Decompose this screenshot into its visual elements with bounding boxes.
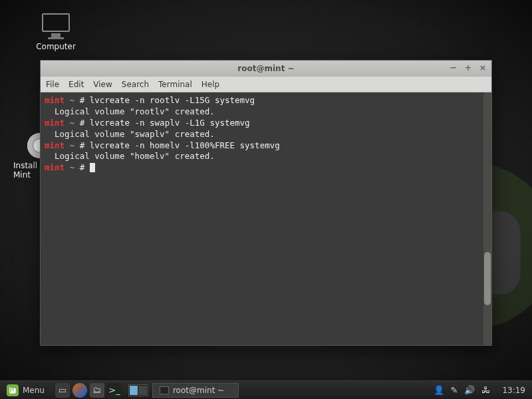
menu-help[interactable]: Help [201, 80, 219, 89]
terminal-prompt-line: mint ~ # lvcreate -n homelv -l100%FREE s… [45, 140, 487, 152]
menu-edit[interactable]: Edit [68, 80, 84, 89]
menu-file[interactable]: File [46, 80, 59, 89]
desktop-icon-computer[interactable]: Computer [32, 13, 80, 51]
terminal-cursor [90, 163, 95, 172]
terminal-body[interactable]: mint ~ # lvcreate -n rootlv -L15G system… [41, 92, 491, 345]
volume-icon[interactable]: 🔊 [464, 385, 475, 395]
terminal-output-line: Logical volume "rootlv" created. [45, 106, 487, 118]
scrollbar-thumb[interactable] [484, 252, 491, 305]
terminal-launcher[interactable]: >_ [107, 383, 122, 398]
firefox-launcher[interactable] [72, 383, 87, 398]
terminal-icon [160, 386, 169, 394]
menu-search[interactable]: Search [122, 80, 149, 89]
minimize-button[interactable]: − [449, 63, 458, 72]
close-button[interactable]: × [478, 63, 487, 72]
terminal-prompt-line: mint ~ # lvcreate -n rootlv -L15G system… [45, 95, 487, 106]
terminal-window: root@mint ~ − + × File Edit View Search … [40, 60, 492, 346]
start-menu-button[interactable]: Menu [0, 381, 51, 399]
menu-terminal[interactable]: Terminal [158, 80, 192, 89]
desktop-icon-label: Computer [36, 42, 76, 51]
user-icon[interactable]: 👤 [434, 385, 444, 395]
taskbar-clock[interactable]: 13:19 [495, 386, 532, 395]
taskbar-item-terminal[interactable]: root@mint ~ [152, 383, 239, 398]
maximize-button[interactable]: + [464, 63, 473, 72]
network-icon[interactable]: 🖧 [481, 385, 490, 395]
menu-label: Menu [23, 386, 45, 395]
system-tray: 👤 ✎ 🔊 🖧 [428, 385, 496, 395]
file-manager-launcher[interactable]: 🗂 [90, 383, 104, 398]
terminal-prompt-line: mint ~ # [45, 162, 487, 174]
window-titlebar[interactable]: root@mint ~ − + × [41, 61, 491, 76]
monitor-icon [42, 13, 70, 32]
show-desktop-button[interactable]: ▭ [55, 383, 70, 398]
terminal-output-line: Logical volume "homelv" created. [45, 151, 487, 162]
mint-icon [7, 384, 19, 396]
terminal-prompt-line: mint ~ # lvcreate -n swaplv -L1G systemv… [45, 118, 487, 129]
quick-launch: ▭ 🗂 >_ [51, 383, 126, 398]
taskbar-item-label: root@mint ~ [173, 386, 224, 395]
workspace-switcher[interactable] [128, 384, 148, 396]
window-menubar: File Edit View Search Terminal Help [41, 76, 491, 92]
updates-icon[interactable]: ✎ [451, 385, 458, 395]
taskbar: Menu ▭ 🗂 >_ root@mint ~ 👤 ✎ 🔊 🖧 13:19 [0, 380, 532, 399]
scrollbar-track[interactable] [483, 92, 491, 345]
terminal-output-line: Logical volume "swaplv" created. [45, 129, 487, 140]
menu-view[interactable]: View [93, 80, 112, 89]
window-title: root@mint ~ [237, 64, 294, 73]
